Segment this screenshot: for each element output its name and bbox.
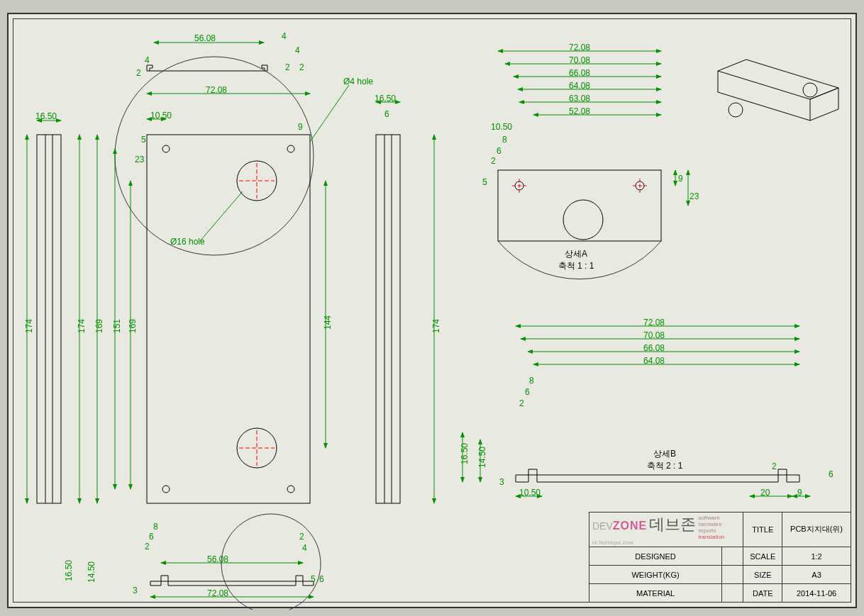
dim-10-50: 10.50	[150, 111, 172, 121]
dim-174-l: 174	[24, 319, 34, 333]
dim-144: 144	[323, 315, 333, 330]
dimBL-2r: 2	[299, 532, 304, 542]
dim-151: 151	[112, 319, 122, 333]
tb-designed-k: DESIGNED	[589, 547, 722, 566]
dim-174-2: 174	[77, 319, 87, 333]
tb-title-k: TITLE	[743, 512, 782, 547]
detA-label: 상세A	[565, 249, 587, 259]
dimB-72-08: 72.08	[643, 318, 665, 327]
dim-174-r: 174	[431, 319, 441, 333]
dimB-2: 2	[519, 398, 524, 408]
dim-169b: 169	[128, 319, 138, 333]
tb-size-k: SIZE	[743, 566, 782, 584]
dimA-2: 2	[491, 156, 496, 166]
dimBL-6: 6	[149, 532, 154, 542]
dimA-66-08: 66.08	[569, 68, 590, 78]
dimA-64-08: 64.08	[569, 81, 590, 91]
dimA-10-50: 10.50	[491, 122, 512, 132]
logo-kr: 데브존	[649, 515, 696, 533]
tb-date-k: DATE	[743, 584, 782, 603]
dimB-70-08: 70.08	[643, 330, 665, 340]
dimBL-5r: 5	[311, 574, 316, 584]
dim-16-50-lside: 16.50	[35, 111, 57, 121]
dimB-64-08: 64.08	[643, 356, 665, 366]
tb-title-v: PCB지지대(위)	[782, 512, 851, 547]
dim-4-top: 4	[282, 31, 287, 41]
dimA-23r: 23	[689, 191, 699, 201]
dimBL-2: 2	[145, 542, 150, 551]
detA-scale: 축척 1 : 1	[558, 261, 594, 271]
dimA-70-08: 70.08	[569, 55, 590, 65]
logo-dev: DEV	[592, 520, 613, 532]
dim-6-r: 6	[384, 109, 389, 119]
dim-9: 9	[298, 122, 303, 132]
tb-scale-v: 1:2	[782, 547, 851, 566]
title-block: DEVZONE 데브존 software hardware reports tr…	[589, 512, 851, 603]
dimB-2r: 2	[772, 461, 777, 471]
dimBL-6b: 6	[319, 574, 324, 584]
dimB-10-50: 10.50	[519, 488, 541, 498]
dimA-8: 8	[502, 135, 507, 145]
dimB-16-50: 16.50	[460, 443, 470, 464]
dimBL-14-50: 14.50	[87, 561, 96, 583]
dimA-52-08: 52.08	[569, 106, 590, 116]
tb-size-v: A3	[782, 566, 851, 584]
dimBL-4r: 4	[302, 543, 307, 553]
logo-sub: Hi Technique Zone	[592, 540, 740, 545]
tb-designed-v	[722, 547, 743, 566]
dimA-5: 5	[482, 177, 487, 187]
dim-2-top1: 2	[285, 62, 290, 72]
dimA-6: 6	[497, 146, 502, 156]
logo-zone: ZONE	[613, 520, 647, 532]
dimBL-56-08: 56.08	[207, 554, 228, 564]
dim-4b-top: 4	[295, 45, 300, 55]
dimB-8: 8	[529, 376, 534, 386]
dim-56-08-top: 56.08	[194, 33, 216, 43]
tb-weight-v	[722, 566, 743, 584]
dim-5: 5	[141, 135, 146, 145]
dim-72-08: 72.08	[206, 85, 227, 95]
dimB-9r: 9	[797, 488, 802, 498]
dim-16-50-r: 16.50	[375, 94, 396, 103]
dimB-6r: 6	[829, 469, 833, 479]
dimB-20: 20	[760, 488, 770, 498]
dimB-14-50: 14.50	[477, 447, 487, 468]
label-d16-hole: Ø16 hole	[170, 237, 205, 247]
dimB-66-08: 66.08	[643, 343, 665, 353]
dimA-72-08: 72.08	[569, 43, 590, 52]
logo-tag: software hardware reports translation	[698, 515, 724, 540]
detail-b-title: 상세B 축척 2 : 1	[640, 448, 689, 472]
detB-label: 상세B	[653, 449, 676, 459]
dim-169: 169	[94, 319, 104, 333]
dim-2-left: 2	[136, 68, 141, 78]
dim-4-left: 4	[145, 55, 150, 65]
dim-2-top2: 2	[299, 62, 304, 72]
detB-scale: 축척 2 : 1	[647, 461, 683, 471]
dimB-3: 3	[499, 477, 504, 487]
dimBL-72-08: 72.08	[207, 588, 228, 598]
dimBL-16-50: 16.50	[64, 560, 74, 581]
tb-date-v: 2014-11-06	[782, 584, 851, 603]
tb-material-k: MATERIAL	[589, 584, 722, 603]
label-d4-hole: Ø4 hole	[343, 77, 373, 86]
tb-scale-k: SCALE	[743, 547, 782, 566]
drawing-sheet: 56.08 4 4 2 2 4 2 Ø4 hole 72.08 10.50 9 …	[7, 13, 857, 608]
tb-material-v	[722, 584, 743, 603]
dimB-6: 6	[525, 387, 530, 397]
dimBL-3: 3	[133, 586, 138, 595]
dimBL-8: 8	[153, 522, 158, 532]
dim-23: 23	[135, 155, 144, 164]
tb-weight-k: WEIGHT(KG)	[589, 566, 722, 584]
detail-a-title: 상세A 축척 1 : 1	[551, 248, 601, 272]
logo-cell: DEVZONE 데브존 software hardware reports tr…	[589, 512, 743, 547]
dimA-63-08: 63.08	[569, 94, 590, 103]
dimA-9r: 9	[678, 174, 683, 184]
